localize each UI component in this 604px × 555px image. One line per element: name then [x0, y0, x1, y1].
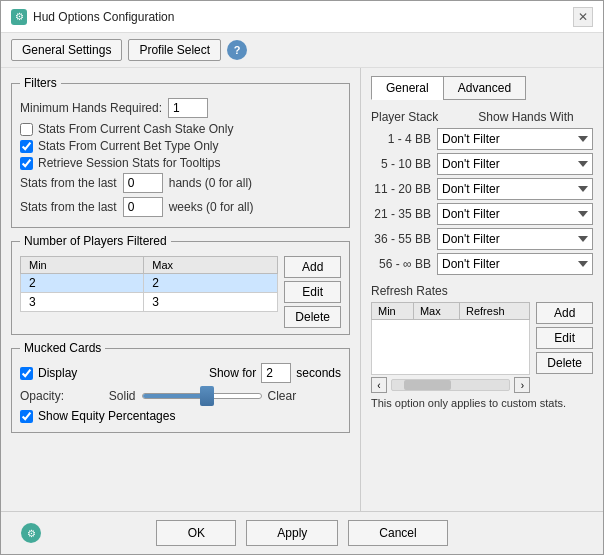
clear-label: Clear [268, 389, 297, 403]
filter-select-3[interactable]: Don't FilterFilterCustom [437, 203, 593, 225]
stack-label-1: 5 - 10 BB [371, 157, 431, 171]
main-content: Filters Minimum Hands Required: Stats Fr… [1, 68, 603, 511]
refresh-table-empty [372, 320, 530, 375]
footer: ⚙ OK Apply Cancel [1, 511, 603, 554]
players-group: Number of Players Filtered Min Max [11, 234, 350, 335]
row2-max: 3 [144, 293, 278, 312]
ok-button[interactable]: OK [156, 520, 236, 546]
cb2-row: Stats From Current Bet Type Only [20, 139, 341, 153]
seconds-input[interactable] [261, 363, 291, 383]
cancel-button[interactable]: Cancel [348, 520, 447, 546]
filter-select-4[interactable]: Don't FilterFilterCustom [437, 228, 593, 250]
min-hands-label: Minimum Hands Required: [20, 101, 162, 115]
table-row[interactable]: 3 3 [21, 293, 278, 312]
players-content: Min Max 2 2 3 [20, 256, 341, 328]
scroll-track[interactable] [391, 379, 510, 391]
cb3-label: Retrieve Session Stats for Tooltips [38, 156, 221, 170]
players-add-button[interactable]: Add [284, 256, 341, 278]
version-icon: ⚙ [21, 523, 41, 543]
stats-last-label1: Stats from the last [20, 176, 117, 190]
title-bar-left: ⚙ Hud Options Configuration [11, 9, 174, 25]
mucked-right: Show for seconds [209, 363, 341, 383]
tabs-row: General Advanced [371, 76, 593, 100]
mucked-left: Display [20, 366, 77, 380]
refresh-edit-button[interactable]: Edit [536, 327, 593, 349]
slider-thumb[interactable] [200, 386, 214, 406]
refresh-section: Min Max Refresh ‹ [371, 302, 593, 393]
filter-select-2[interactable]: Don't FilterFilterCustom [437, 178, 593, 200]
display-checkbox[interactable] [20, 367, 33, 380]
tourn-row-3: 21 - 35 BB Don't FilterFilterCustom [371, 203, 593, 225]
main-window: ⚙ Hud Options Configuration ✕ General Se… [0, 0, 604, 555]
info-icon[interactable]: ? [227, 40, 247, 60]
stats-hands-suffix: hands (0 for all) [169, 176, 252, 190]
scroll-right-arrow[interactable]: › [514, 377, 530, 393]
refresh-col-max: Max [413, 303, 459, 320]
window-title: Hud Options Configuration [33, 10, 174, 24]
opacity-slider-track[interactable] [142, 393, 262, 399]
tourn-row-2: 11 - 20 BB Don't FilterFilterCustom [371, 178, 593, 200]
table-row[interactable]: 2 2 [21, 274, 278, 293]
app-icon: ⚙ [11, 9, 27, 25]
cb1-checkbox[interactable] [20, 123, 33, 136]
scroll-left-arrow[interactable]: ‹ [371, 377, 387, 393]
footer-wrapper: ⚙ OK Apply Cancel [11, 520, 593, 546]
refresh-table: Min Max Refresh [371, 302, 530, 375]
cb3-checkbox[interactable] [20, 157, 33, 170]
tourn-row-0: 1 - 4 BB Don't FilterFilterCustom [371, 128, 593, 150]
cb1-label: Stats From Current Cash Stake Only [38, 122, 233, 136]
slider-wrapper: Solid Clear [64, 389, 341, 403]
refresh-rates-title: Refresh Rates [371, 284, 593, 298]
players-col-max: Max [144, 257, 278, 274]
general-settings-button[interactable]: General Settings [11, 39, 122, 61]
filter-select-0[interactable]: Don't FilterFilterCustom [437, 128, 593, 150]
apply-button[interactable]: Apply [246, 520, 338, 546]
filter-select-5[interactable]: Don't FilterFilterCustom [437, 253, 593, 275]
stats-row-2: Stats from the last weeks (0 for all) [20, 197, 341, 217]
row2-min: 3 [21, 293, 144, 312]
mucked-legend: Mucked Cards [20, 341, 105, 355]
stack-label-2: 11 - 20 BB [371, 182, 431, 196]
player-stack-header: Player Stack [371, 110, 438, 124]
scroll-thumb [404, 380, 451, 390]
tab-general[interactable]: General [371, 76, 443, 100]
opacity-label: Opacity: [20, 389, 64, 403]
toolbar: General Settings Profile Select ? [1, 33, 603, 68]
seconds-suffix: seconds [296, 366, 341, 380]
right-panel: General Advanced Player Stack Show Hands… [361, 68, 603, 511]
cb3-row: Retrieve Session Stats for Tooltips [20, 156, 341, 170]
refresh-rates-section: Refresh Rates Min Max Refresh [371, 284, 593, 409]
close-button[interactable]: ✕ [573, 7, 593, 27]
profile-select-button[interactable]: Profile Select [128, 39, 221, 61]
players-buttons: Add Edit Delete [284, 256, 341, 328]
filters-legend: Filters [20, 76, 61, 90]
stats-hands-input[interactable] [123, 173, 163, 193]
opacity-row: Opacity: Solid Clear [20, 389, 341, 403]
players-delete-button[interactable]: Delete [284, 306, 341, 328]
tourn-row-5: 56 - ∞ BB Don't FilterFilterCustom [371, 253, 593, 275]
tourn-row-1: 5 - 10 BB Don't FilterFilterCustom [371, 153, 593, 175]
stack-label-3: 21 - 35 BB [371, 207, 431, 221]
equity-checkbox[interactable] [20, 410, 33, 423]
filter-select-1[interactable]: Don't FilterFilterCustom [437, 153, 593, 175]
row1-max: 2 [144, 274, 278, 293]
min-hands-input[interactable] [168, 98, 208, 118]
stats-weeks-input[interactable] [123, 197, 163, 217]
equity-label: Show Equity Percentages [38, 409, 175, 423]
show-for-label: Show for [209, 366, 256, 380]
stack-label-4: 36 - 55 BB [371, 232, 431, 246]
show-hands-header: Show Hands With [478, 110, 573, 124]
filters-group: Filters Minimum Hands Required: Stats Fr… [11, 76, 350, 228]
cb1-row: Stats From Current Cash Stake Only [20, 122, 341, 136]
players-legend: Number of Players Filtered [20, 234, 171, 248]
tab-advanced[interactable]: Advanced [443, 76, 526, 100]
cb2-label: Stats From Current Bet Type Only [38, 139, 219, 153]
title-bar: ⚙ Hud Options Configuration ✕ [1, 1, 603, 33]
cb2-checkbox[interactable] [20, 140, 33, 153]
players-table-wrapper: Min Max 2 2 3 [20, 256, 278, 328]
tournament-stacks-section: Player Stack Show Hands With 1 - 4 BB Do… [371, 110, 593, 278]
refresh-delete-button[interactable]: Delete [536, 352, 593, 374]
players-edit-button[interactable]: Edit [284, 281, 341, 303]
refresh-add-button[interactable]: Add [536, 302, 593, 324]
stats-last-label2: Stats from the last [20, 200, 117, 214]
